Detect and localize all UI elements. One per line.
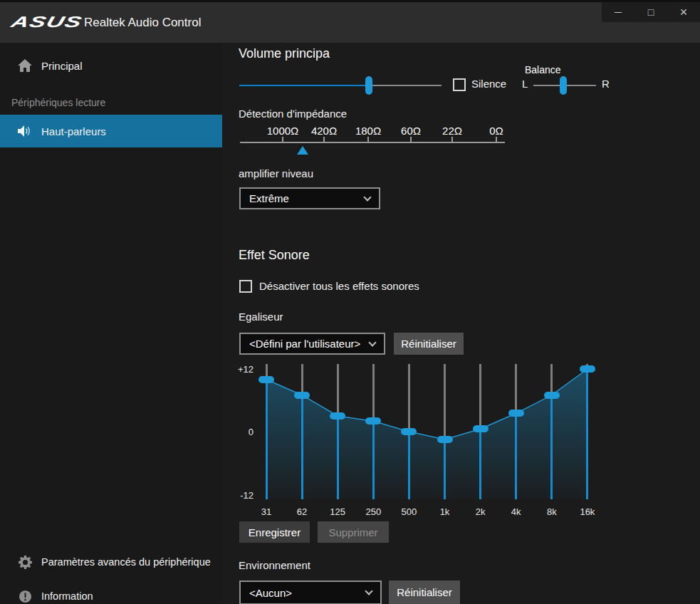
chevron-down-icon bbox=[365, 587, 372, 595]
eq-frequency-label: 1k bbox=[429, 506, 461, 517]
disable-effects-label: Désactiver tous les effets sonores bbox=[259, 280, 419, 292]
disable-effects-checkbox[interactable] bbox=[239, 280, 252, 293]
impedance-scale: 1000Ω420Ω180Ω60Ω22Ω0Ω bbox=[240, 125, 505, 157]
window-title: Realtek Audio Control bbox=[84, 16, 201, 30]
eq-track-fill-31 bbox=[266, 380, 268, 499]
eq-track-fill-16k bbox=[586, 369, 588, 499]
maximize-button[interactable]: □ bbox=[634, 2, 667, 22]
impedance-scale-label: 420Ω bbox=[299, 125, 349, 137]
environment-label: Environnement bbox=[239, 559, 310, 571]
eq-frequency-label: 62 bbox=[286, 506, 318, 517]
minimize-button[interactable]: ─ bbox=[602, 2, 634, 22]
eq-track-fill-125 bbox=[337, 416, 339, 499]
eq-slider-handle-2k[interactable] bbox=[473, 425, 489, 432]
gear-icon bbox=[17, 556, 33, 569]
impedance-scale-line bbox=[240, 142, 505, 143]
eq-frequency-label: 31 bbox=[251, 506, 282, 517]
sidebar-item-label: Principal bbox=[41, 60, 83, 72]
impedance-scale-tick bbox=[367, 137, 369, 142]
eq-track-fill-62 bbox=[301, 395, 303, 499]
eq-track-fill-8k bbox=[550, 395, 553, 499]
sidebar-item-label: Information bbox=[41, 590, 93, 602]
amplifier-label: amplifier niveau bbox=[239, 167, 313, 179]
equalizer-reset-button[interactable]: Réinitialiser bbox=[394, 333, 464, 355]
window-controls: ─ □ × bbox=[602, 2, 700, 22]
home-icon bbox=[17, 59, 33, 72]
equalizer-chart: 31621252505001k2k4k8k16k +120-12 bbox=[222, 362, 621, 520]
eq-track-fill-250 bbox=[372, 421, 375, 499]
eq-track-fill-1k bbox=[444, 439, 446, 499]
eq-ytick-label: 0 bbox=[229, 427, 254, 437]
equalizer-preset-value: <Défini par l'utilisateur> bbox=[249, 338, 360, 350]
eq-slider-handle-62[interactable] bbox=[294, 392, 310, 399]
balance-right-label: R bbox=[602, 78, 610, 90]
app-window: ASUS Realtek Audio Control ─ □ × Princip… bbox=[0, 0, 700, 604]
equalizer-preset-dropdown[interactable]: <Défini par l'utilisateur> bbox=[239, 333, 385, 355]
balance-slider-handle[interactable] bbox=[560, 76, 567, 95]
eq-slider-handle-8k[interactable] bbox=[544, 392, 560, 399]
title-bar: ASUS Realtek Audio Control bbox=[0, 2, 700, 43]
impedance-scale-tick bbox=[410, 137, 412, 142]
eq-frequency-label: 16k bbox=[572, 506, 603, 517]
sidebar-item-advanced-settings[interactable]: Paramètres avancés du périphérique bbox=[0, 548, 222, 576]
balance-slider[interactable] bbox=[533, 76, 596, 95]
impedance-label: Détection d'impédance bbox=[239, 108, 347, 120]
equalizer-label: Egaliseur bbox=[239, 311, 283, 323]
sidebar: Principal Périphériques lecture Haut-par… bbox=[0, 43, 222, 604]
equalizer-curve bbox=[222, 362, 621, 520]
volume-heading: Volume principa bbox=[239, 46, 330, 61]
impedance-scale-label: 0Ω bbox=[471, 125, 521, 137]
impedance-scale-tick bbox=[323, 137, 325, 142]
eq-frequency-label: 250 bbox=[357, 506, 389, 517]
impedance-scale-tick bbox=[496, 137, 497, 142]
eq-track-fill-4k bbox=[515, 413, 517, 499]
info-icon bbox=[17, 590, 33, 603]
asus-logo: ASUS bbox=[9, 14, 85, 31]
eq-track-fill-500 bbox=[408, 432, 410, 499]
eq-track-fill-2k bbox=[479, 429, 481, 499]
amplifier-dropdown[interactable]: Extrême bbox=[239, 187, 380, 209]
eq-slider-handle-125[interactable] bbox=[330, 412, 345, 420]
volume-slider-handle[interactable] bbox=[365, 76, 372, 95]
close-button[interactable]: × bbox=[667, 2, 700, 22]
balance-left-label: L bbox=[522, 78, 528, 90]
eq-frequency-label: 4k bbox=[501, 506, 532, 517]
amplifier-dropdown-value: Extrême bbox=[249, 192, 289, 204]
sidebar-item-label: Paramètres avancés du périphérique bbox=[41, 556, 211, 568]
effects-heading: Effet Sonore bbox=[239, 248, 310, 263]
eq-frequency-label: 125 bbox=[322, 506, 353, 517]
sidebar-section-label: Périphériques lecture bbox=[11, 97, 105, 108]
eq-frequency-label: 8k bbox=[536, 506, 568, 517]
silence-checkbox[interactable] bbox=[453, 78, 466, 91]
speaker-icon bbox=[17, 125, 33, 137]
eq-slider-handle-4k[interactable] bbox=[508, 410, 524, 417]
environment-dropdown[interactable]: <Aucun> bbox=[239, 580, 382, 604]
eq-slider-handle-31[interactable] bbox=[258, 376, 274, 383]
eq-ytick-label: +12 bbox=[229, 364, 254, 375]
eq-frequency-label: 500 bbox=[393, 506, 424, 517]
eq-slider-handle-16k[interactable] bbox=[580, 365, 595, 373]
chevron-down-icon bbox=[363, 193, 371, 201]
environment-reset-button[interactable]: Réinitialiser bbox=[389, 580, 460, 604]
sidebar-item-label: Haut-parleurs bbox=[41, 125, 106, 137]
volume-slider[interactable] bbox=[239, 76, 442, 95]
sidebar-item-principal[interactable]: Principal bbox=[0, 51, 222, 80]
environment-dropdown-value: <Aucun> bbox=[249, 587, 292, 599]
eq-frequency-label: 2k bbox=[465, 506, 496, 517]
eq-slider-handle-250[interactable] bbox=[365, 417, 381, 425]
save-button[interactable]: Enregistrer bbox=[239, 521, 310, 543]
balance-label: Balance bbox=[525, 64, 561, 76]
eq-ytick-label: -12 bbox=[229, 490, 254, 501]
impedance-scale-tick bbox=[282, 137, 283, 142]
silence-label: Silence bbox=[471, 78, 506, 90]
impedance-scale-label: 22Ω bbox=[427, 125, 477, 137]
delete-button[interactable]: Supprimer bbox=[318, 521, 389, 543]
eq-slider-handle-500[interactable] bbox=[401, 428, 417, 435]
volume-slider-fill bbox=[239, 85, 369, 86]
sidebar-item-haut-parleurs[interactable]: Haut-parleurs bbox=[0, 115, 222, 147]
impedance-marker-icon bbox=[297, 146, 308, 155]
chevron-down-icon bbox=[368, 338, 376, 346]
eq-slider-handle-1k[interactable] bbox=[437, 436, 453, 443]
sidebar-item-information[interactable]: Information bbox=[0, 582, 222, 604]
impedance-scale-tick bbox=[451, 137, 453, 142]
